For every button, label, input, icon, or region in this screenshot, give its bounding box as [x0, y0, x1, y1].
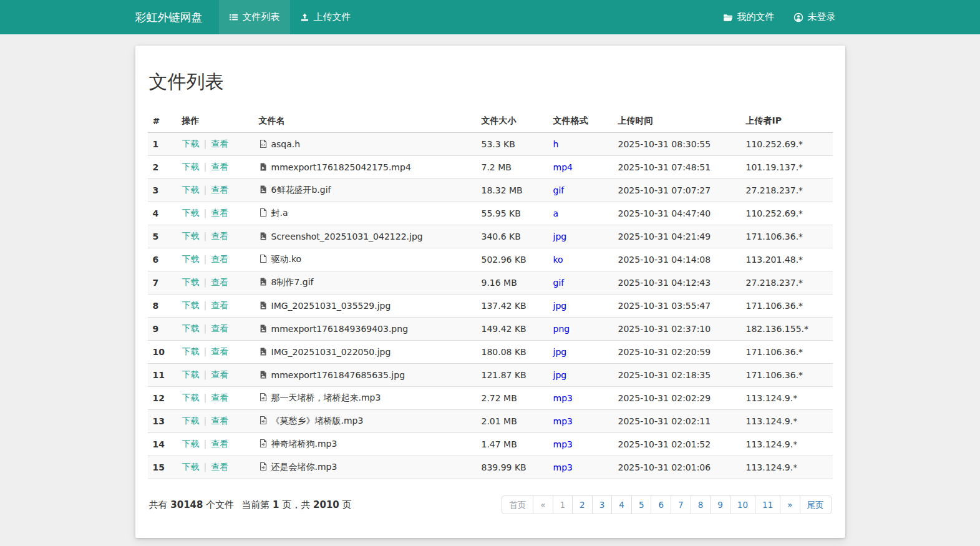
file-format-link[interactable]: jpg — [553, 232, 567, 241]
download-link[interactable]: 下载 — [182, 323, 200, 333]
download-link[interactable]: 下载 — [182, 369, 200, 379]
navbar: 彩虹外链网盘 文件列表 上传文件 我的文件 未登录 — [0, 0, 980, 34]
view-link[interactable]: 查看 — [211, 208, 228, 218]
view-link[interactable]: 查看 — [211, 439, 228, 449]
file-size: 1.47 MB — [477, 433, 548, 456]
file-table: # 操作 文件名 文件大小 文件格式 上传时间 上传者IP 1 下载|查看 as… — [148, 110, 833, 479]
pagination-page-2[interactable]: 2 — [572, 495, 593, 514]
upload-time: 2025-10-31 02:37:10 — [613, 318, 741, 341]
file-name-cell: 那一天堵桥，堵桥起来.mp3 — [254, 387, 477, 410]
pagination-page-11[interactable]: 11 — [755, 495, 780, 514]
view-link[interactable]: 查看 — [211, 323, 228, 333]
file-size: 2.01 MB — [477, 410, 548, 433]
view-link[interactable]: 查看 — [211, 231, 228, 241]
file-name-cell: IMG_20251031_035529.jpg — [254, 295, 477, 318]
file-name-cell: mmexport1761825042175.mp4 — [254, 156, 477, 179]
file-name: mmexport1761847685635.jpg — [271, 370, 405, 380]
upload-time: 2025-10-31 02:01:52 — [613, 433, 741, 456]
table-row: 13 下载|查看 《莫愁乡》堵桥版.mp3 2.01 MB mp3 2025-1… — [148, 410, 833, 433]
file-size: 121.87 KB — [477, 364, 548, 387]
pagination-first: 首页 — [502, 495, 533, 514]
file-name-cell: 8制作7.gif — [254, 271, 477, 295]
view-link[interactable]: 查看 — [211, 416, 228, 426]
view-link[interactable]: 查看 — [211, 185, 228, 195]
file-format-cell: jpg — [548, 364, 613, 387]
view-link[interactable]: 查看 — [211, 277, 228, 287]
download-link[interactable]: 下载 — [182, 254, 200, 264]
pagination-page-4[interactable]: 4 — [611, 495, 632, 514]
view-link[interactable]: 查看 — [211, 162, 228, 172]
row-index: 15 — [148, 456, 177, 479]
download-link[interactable]: 下载 — [182, 185, 200, 195]
download-link[interactable]: 下载 — [182, 462, 200, 472]
pagination-page-10[interactable]: 10 — [730, 495, 755, 514]
upload-time: 2025-10-31 07:07:27 — [613, 179, 741, 202]
row-actions: 下载|查看 — [177, 202, 254, 225]
pagination-last[interactable]: 尾页 — [800, 495, 832, 514]
uploader-ip: 27.218.237.* — [741, 271, 833, 295]
download-link[interactable]: 下载 — [182, 208, 200, 218]
table-row: 14 下载|查看 神奇堵桥狗.mp3 1.47 MB mp3 2025-10-3… — [148, 433, 833, 456]
download-link[interactable]: 下载 — [182, 277, 200, 287]
file-format-link[interactable]: mp3 — [553, 462, 573, 472]
file-format-link[interactable]: h — [553, 139, 559, 149]
file-format-link[interactable]: ko — [553, 255, 563, 265]
download-link[interactable]: 下载 — [182, 162, 200, 172]
file-format-link[interactable]: a — [553, 208, 559, 218]
download-link[interactable]: 下载 — [182, 416, 200, 426]
row-index: 6 — [148, 248, 177, 271]
view-link[interactable]: 查看 — [211, 300, 228, 310]
download-link[interactable]: 下载 — [182, 231, 200, 241]
pagination-page-6[interactable]: 6 — [651, 495, 671, 514]
pagination-page-5[interactable]: 5 — [631, 495, 652, 514]
download-link[interactable]: 下载 — [182, 139, 200, 149]
upload-time: 2025-10-31 04:47:40 — [613, 202, 741, 225]
file-size: 18.32 MB — [477, 179, 548, 202]
view-link[interactable]: 查看 — [211, 254, 228, 264]
row-index: 11 — [148, 364, 177, 387]
row-actions: 下载|查看 — [177, 248, 254, 271]
nav-tab-upload[interactable]: 上传文件 — [290, 0, 361, 34]
file-format-link[interactable]: mp3 — [553, 416, 573, 426]
download-link[interactable]: 下载 — [182, 300, 200, 310]
folder-icon — [723, 12, 733, 22]
file-format-link[interactable]: mp4 — [553, 162, 573, 172]
file-name-cell: IMG_20251031_022050.jpg — [254, 341, 477, 364]
file-format-cell: gif — [548, 179, 613, 202]
file-format-cell: png — [548, 318, 613, 341]
file-image-icon — [259, 370, 268, 379]
brand[interactable]: 彩虹外链网盘 — [135, 0, 203, 34]
file-format-link[interactable]: gif — [553, 185, 565, 195]
file-format-link[interactable]: jpg — [553, 370, 567, 380]
download-link[interactable]: 下载 — [182, 439, 200, 449]
row-index: 12 — [148, 387, 177, 410]
view-link[interactable]: 查看 — [211, 462, 228, 472]
row-index: 10 — [148, 341, 177, 364]
pagination-page-7[interactable]: 7 — [671, 495, 691, 514]
file-format-link[interactable]: jpg — [553, 347, 567, 357]
view-link[interactable]: 查看 — [211, 346, 228, 356]
nav-my-files[interactable]: 我的文件 — [714, 0, 784, 34]
view-link[interactable]: 查看 — [211, 369, 228, 379]
file-format-link[interactable]: png — [553, 324, 570, 334]
pagination-page-8[interactable]: 8 — [691, 495, 711, 514]
view-link[interactable]: 查看 — [211, 139, 228, 149]
nav-login-status[interactable]: 未登录 — [784, 0, 845, 34]
pagination: 首页«1234567891011»尾页 — [502, 495, 831, 514]
file-format-link[interactable]: mp3 — [553, 439, 573, 449]
pagination-next[interactable]: » — [780, 495, 800, 514]
file-list-card: 文件列表 # 操作 文件名 文件大小 文件格式 上传时间 上传者IP 1 下载|… — [135, 46, 845, 538]
pagination-page-3[interactable]: 3 — [592, 495, 613, 514]
file-audio-icon — [259, 416, 268, 425]
nav-tab-file-list[interactable]: 文件列表 — [219, 0, 290, 34]
download-link[interactable]: 下载 — [182, 392, 200, 402]
file-format-link[interactable]: jpg — [553, 301, 567, 311]
pagination-page-9[interactable]: 9 — [710, 495, 730, 514]
file-format-link[interactable]: gif — [553, 278, 565, 288]
file-format-link[interactable]: mp3 — [553, 393, 573, 403]
view-link[interactable]: 查看 — [211, 392, 228, 402]
upload-time: 2025-10-31 04:12:43 — [613, 271, 741, 295]
download-link[interactable]: 下载 — [182, 346, 200, 356]
file-name: 还是会堵你.mp3 — [271, 462, 337, 472]
file-format-cell: mp4 — [548, 156, 613, 179]
